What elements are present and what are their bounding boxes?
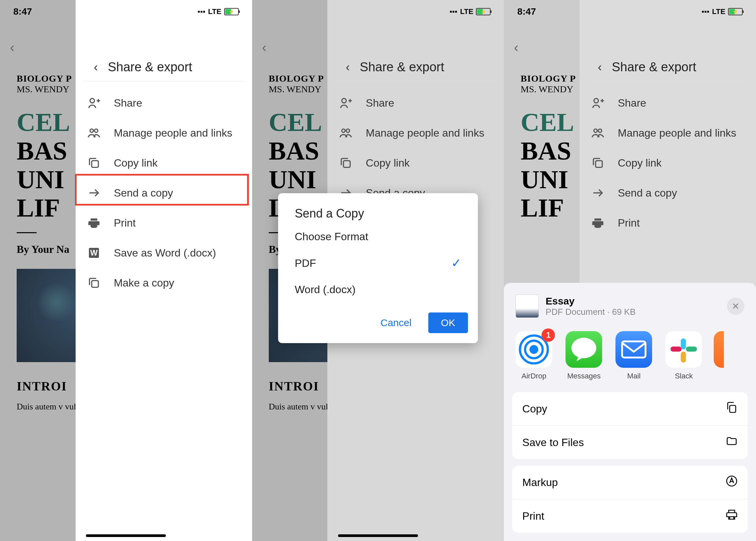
people-icon — [87, 126, 101, 140]
svg-point-8 — [342, 129, 345, 132]
ok-button[interactable]: OK — [428, 312, 468, 333]
svg-rect-14 — [595, 161, 602, 167]
svg-point-1 — [90, 129, 93, 132]
app-mail[interactable]: Mail — [614, 331, 654, 380]
back-icon[interactable]: ‹ — [10, 40, 14, 55]
screen-3: BIOLOGY P MS. WENDY CEL BAS UNI LIF ‹ 8:… — [504, 0, 756, 541]
back-icon[interactable]: ‹ — [514, 40, 518, 55]
app-slack[interactable]: Slack — [664, 331, 704, 380]
copy-link-icon — [339, 156, 352, 170]
panel-back-icon[interactable]: ‹ — [598, 60, 602, 74]
menu-copy-link[interactable]: Copy link — [579, 148, 756, 178]
doc-header-rest: P — [63, 73, 72, 84]
svg-rect-3 — [92, 161, 98, 167]
app-more[interactable] — [714, 331, 724, 380]
svg-rect-6 — [92, 280, 98, 287]
svg-rect-20 — [681, 338, 686, 349]
status-bar-panel: ▪▪▪ LTE ⚡ — [76, 0, 252, 23]
menu-send-copy[interactable]: Send a copy — [579, 178, 756, 208]
network-label: LTE — [208, 7, 221, 16]
svg-point-13 — [598, 129, 602, 132]
svg-point-2 — [94, 129, 98, 132]
word-icon: W — [87, 246, 101, 260]
signal-icon: ▪▪▪ — [702, 7, 709, 16]
markup-icon — [726, 475, 738, 490]
doc-header-bold: BIOLOGY — [17, 73, 63, 84]
svg-point-9 — [346, 129, 350, 132]
badge-count: 1 — [542, 328, 555, 342]
svg-point-15 — [530, 345, 538, 354]
print-icon — [591, 216, 604, 230]
action-markup[interactable]: Markup — [512, 466, 748, 499]
close-button[interactable]: ✕ — [727, 297, 744, 315]
back-icon[interactable]: ‹ — [262, 40, 266, 55]
svg-point-11 — [594, 99, 598, 103]
svg-rect-23 — [671, 346, 682, 351]
share-export-panel: ▪▪▪ LTE ⚡ ‹ Share & export Share Manage … — [76, 0, 252, 541]
person-add-icon — [87, 96, 101, 110]
action-print[interactable]: Print — [512, 499, 748, 533]
people-icon — [591, 126, 604, 140]
menu-share[interactable]: Share — [579, 88, 756, 118]
dialog-title: Send a Copy — [278, 193, 478, 227]
svg-text:W: W — [90, 249, 98, 257]
print-icon — [87, 216, 101, 230]
menu-save-word[interactable]: WSave as Word (.docx) — [76, 238, 252, 268]
copy-icon — [726, 401, 738, 416]
menu-copy-link[interactable]: Copy link — [327, 148, 504, 178]
status-time: 8:47 — [13, 6, 32, 17]
svg-rect-22 — [681, 352, 686, 363]
screen-1: BIOLOGY P MS. WENDY CEL BAS UNI LIF By Y… — [0, 0, 252, 541]
svg-point-0 — [90, 99, 94, 103]
action-copy[interactable]: Copy — [512, 392, 748, 426]
battery-icon: ⚡ — [476, 8, 491, 15]
svg-rect-24 — [730, 405, 736, 412]
app-airdrop[interactable]: 1 AirDrop — [514, 331, 554, 380]
panel-back-icon[interactable]: ‹ — [94, 60, 98, 74]
signal-icon: ▪▪▪ — [197, 7, 205, 16]
menu-manage-people[interactable]: Manage people and links — [327, 118, 504, 148]
screen-2: BIOLOGY P MS. WENDY CEL BAS UNI LIF By Y… — [252, 0, 504, 541]
cancel-button[interactable]: Cancel — [374, 314, 418, 332]
dialog-subtitle: Choose Format — [278, 227, 478, 250]
home-indicator[interactable] — [338, 534, 418, 537]
file-thumbnail — [516, 294, 539, 318]
action-save-files[interactable]: Save to Files — [512, 426, 748, 459]
home-indicator[interactable] — [86, 534, 166, 537]
battery-icon: ⚡ — [728, 8, 743, 15]
menu-copy-link[interactable]: Copy link — [76, 148, 252, 178]
menu-share[interactable]: Share — [76, 88, 252, 118]
menu-make-copy[interactable]: Make a copy — [76, 268, 252, 298]
checkmark-icon: ✓ — [451, 256, 461, 270]
svg-rect-10 — [344, 161, 350, 167]
file-subtitle: PDF Document · 69 KB — [546, 307, 720, 317]
copy-link-icon — [87, 156, 101, 170]
menu-send-copy[interactable]: Send a copy — [76, 178, 252, 208]
divider — [17, 232, 37, 233]
people-icon — [339, 126, 352, 140]
option-word[interactable]: Word (.docx) — [278, 277, 478, 302]
menu-print[interactable]: Print — [76, 208, 252, 238]
option-pdf[interactable]: PDF ✓ — [278, 250, 478, 277]
copy-link-icon — [591, 156, 604, 170]
signal-icon: ▪▪▪ — [450, 7, 457, 16]
person-add-icon — [339, 96, 352, 110]
printer-icon — [726, 509, 738, 523]
duplicate-icon — [87, 276, 101, 289]
menu-manage-people[interactable]: Manage people and links — [579, 118, 756, 148]
svg-point-7 — [342, 99, 346, 103]
app-messages[interactable]: Messages — [564, 331, 604, 380]
svg-point-18 — [571, 338, 596, 358]
svg-point-12 — [594, 129, 597, 132]
svg-rect-21 — [686, 346, 697, 351]
send-copy-dialog: Send a Copy Choose Format PDF ✓ Word (.d… — [278, 193, 478, 343]
send-icon — [87, 186, 101, 200]
file-title: Essay — [546, 295, 720, 307]
svg-rect-19 — [622, 341, 645, 357]
menu-manage-people[interactable]: Manage people and links — [76, 118, 252, 148]
menu-share[interactable]: Share — [327, 88, 504, 118]
battery-icon: ⚡ — [224, 8, 239, 15]
menu-print[interactable]: Print — [579, 208, 756, 238]
panel-back-icon[interactable]: ‹ — [346, 60, 350, 74]
panel-title: Share & export — [108, 60, 192, 74]
